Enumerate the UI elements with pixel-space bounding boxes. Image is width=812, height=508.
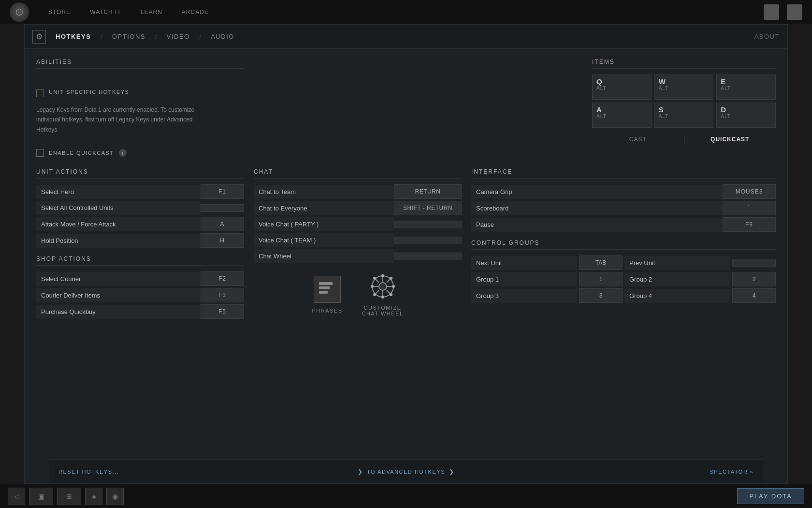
svg-point-20	[373, 293, 376, 296]
action-label: Attack Move / Force Attack	[36, 217, 201, 231]
gear-icon[interactable]: ⚙	[32, 30, 46, 44]
play-dota-button[interactable]: PLAY DOTA	[737, 488, 804, 504]
action-key[interactable]	[201, 204, 244, 212]
logo[interactable]: ⬡	[10, 2, 29, 22]
tab-options[interactable]: OPTIONS	[108, 31, 149, 42]
advanced-label: TO ADVANCED HOTKEYS	[367, 469, 445, 475]
svg-point-16	[392, 285, 395, 288]
taskbar-item-2[interactable]: ▣	[29, 488, 53, 505]
phrases-button[interactable]: PHRASES	[312, 276, 342, 314]
action-courier-deliver: Courier Deliver Items F3	[36, 288, 244, 302]
cg-group2: Group 2	[624, 272, 730, 286]
item-key-a[interactable]: A ALT	[592, 103, 652, 128]
item-key-main: D	[721, 105, 771, 114]
legacy-notice: Legacy Keys from Dota 1 are currently en…	[36, 105, 205, 134]
avatar[interactable]	[764, 4, 779, 20]
chat-label: Chat to Team	[254, 185, 394, 199]
svg-point-18	[390, 293, 392, 296]
spectator-button[interactable]: SPECTATOR »	[710, 469, 754, 475]
chat-icons-row: PHRASES	[254, 273, 462, 316]
nav-learn[interactable]: LEARN	[141, 9, 162, 15]
tab-audio[interactable]: AUDIO	[207, 31, 238, 42]
chat-wheel: Chat Wheel	[254, 249, 462, 263]
quickcast-checkbox[interactable]	[36, 149, 44, 157]
item-key-q[interactable]: Q ALT	[592, 75, 652, 100]
unit-specific-label: UNIT SPECIFIC HOTKEYS	[49, 89, 129, 95]
item-key-sub: ALT	[596, 86, 647, 91]
svg-point-15	[371, 285, 374, 288]
chat-key[interactable]	[394, 253, 462, 260]
abilities-section: ABILITIES UNIT SPECIFIC HOTKEYS Legacy K…	[36, 59, 244, 157]
taskbar-item-1[interactable]: ◁	[8, 488, 25, 505]
cast-label[interactable]: CAST	[592, 136, 684, 143]
chat-key[interactable]: SHIFT - RETURN	[394, 201, 462, 215]
chat-key[interactable]: RETURN	[394, 184, 462, 199]
item-key-s[interactable]: S ALT	[654, 103, 714, 128]
cg-2[interactable]: 2	[732, 272, 776, 286]
top-bar: ⬡ STORE WATCH IT LEARN ARCADE	[0, 0, 812, 24]
quickcast-cast-label[interactable]: QUICKCAST	[684, 136, 776, 143]
voice-chat-party: Voice Chat ( PARTY )	[254, 217, 462, 231]
taskbar-item-4[interactable]: ◈	[85, 488, 102, 505]
interface-scoreboard: Scoreboard `	[471, 201, 776, 215]
action-key[interactable]: F2	[201, 271, 244, 286]
cg-1[interactable]: 1	[579, 272, 623, 286]
action-select-courier: Select Courier F2	[36, 271, 244, 286]
advanced-hotkeys-button[interactable]: ❯ TO ADVANCED HOTKEYS ❯	[358, 468, 455, 475]
item-key-sub: ALT	[659, 114, 710, 119]
nav-arcade[interactable]: ARCADE	[182, 9, 209, 15]
settings-container: ⚙ HOTKEYS / OPTIONS / VIDEO / AUDIO ABOU…	[24, 24, 788, 484]
shop-section: SHOP ACTIONS Select Courier F2 Courier D…	[36, 255, 244, 319]
item-key-sub: ALT	[721, 86, 771, 91]
cg-4[interactable]: 4	[732, 288, 776, 303]
chat-key[interactable]	[394, 221, 462, 228]
svg-point-4	[379, 283, 387, 290]
interface-column: INTERFACE Camera Grip MOUSE3 Scoreboard …	[471, 168, 776, 321]
svg-rect-1	[319, 286, 330, 289]
action-quickbuy: Purchase Quickbuy F5	[36, 304, 244, 319]
chat-label: Voice Chat ( TEAM )	[254, 233, 394, 247]
chat-title: CHAT	[254, 168, 462, 179]
info-icon[interactable]: i	[119, 149, 127, 157]
svg-point-17	[373, 277, 376, 280]
action-key[interactable]: F1	[201, 184, 244, 199]
tab-about[interactable]: ABOUT	[754, 33, 780, 40]
svg-rect-2	[319, 291, 328, 294]
taskbar-item-5[interactable]: ◉	[106, 488, 124, 505]
cg-tab[interactable]: TAB	[579, 255, 623, 270]
cg-3[interactable]: 3	[579, 288, 623, 303]
abilities-title: ABILITIES	[36, 59, 244, 69]
tab-video[interactable]: VIDEO	[163, 31, 194, 42]
item-key-sub: ALT	[659, 86, 710, 91]
svg-point-19	[390, 277, 392, 280]
item-key-d[interactable]: D ALT	[716, 103, 776, 128]
action-key[interactable]: F3	[201, 288, 244, 302]
interface-key[interactable]: F9	[723, 217, 776, 232]
tab-hotkeys[interactable]: HOTKEYS	[52, 31, 95, 42]
item-key-w[interactable]: W ALT	[654, 75, 714, 100]
action-attack-move: Attack Move / Force Attack A	[36, 217, 244, 231]
reset-hotkeys-button[interactable]: RESET HOTKEYS...	[58, 469, 119, 475]
customize-chat-wheel-button[interactable]: CUSTOMIZECHAT WHEEL	[362, 273, 403, 316]
item-key-e[interactable]: E ALT	[716, 75, 776, 100]
interface-key[interactable]: `	[723, 201, 776, 215]
unit-actions-title: UNIT ACTIONS	[36, 168, 244, 179]
avatar-2[interactable]	[787, 4, 802, 20]
chat-label: Voice Chat ( PARTY )	[254, 217, 394, 231]
interface-key[interactable]: MOUSE3	[723, 184, 776, 199]
unit-specific-checkbox[interactable]	[36, 90, 44, 97]
customize-chat-wheel-label: CUSTOMIZECHAT WHEEL	[362, 305, 403, 316]
action-label: Hold Position	[36, 234, 201, 248]
item-key-main: E	[721, 77, 771, 86]
nav-store[interactable]: STORE	[48, 9, 71, 15]
cg-prev-key[interactable]	[732, 259, 776, 267]
interface-label: Pause	[471, 218, 723, 232]
chat-key[interactable]	[394, 237, 462, 244]
action-key[interactable]: H	[201, 233, 244, 248]
action-key[interactable]: A	[201, 217, 244, 231]
items-section: ITEMS Q ALT W ALT E ALT A	[592, 59, 776, 157]
nav-watch[interactable]: WATCH IT	[90, 9, 121, 15]
taskbar-item-3[interactable]: ⊞	[57, 488, 81, 505]
chat-label: Chat Wheel	[254, 249, 394, 263]
action-key[interactable]: F5	[201, 304, 244, 319]
